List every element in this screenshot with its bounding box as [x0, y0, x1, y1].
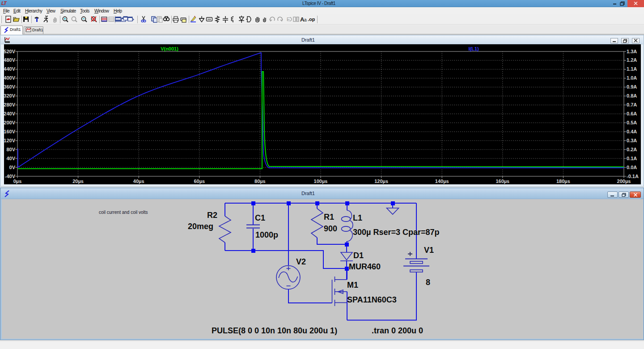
svg-text:480V: 480V: [4, 57, 16, 63]
svg-text:0.4A: 0.4A: [627, 129, 637, 134]
svg-text:80µs: 80µs: [254, 179, 266, 184]
svg-text:0.2A: 0.2A: [627, 147, 637, 152]
svg-text:0.1A: 0.1A: [627, 156, 637, 161]
svg-text:120µs: 120µs: [374, 179, 388, 184]
svg-text:240V: 240V: [4, 111, 16, 116]
svg-text:1.0A: 1.0A: [627, 75, 637, 81]
svg-text:E: E: [287, 17, 290, 22]
svg-text:520V: 520V: [4, 49, 16, 54]
svg-text:0.5A: 0.5A: [627, 120, 637, 125]
svg-text:440V: 440V: [4, 66, 16, 72]
svg-text:280V: 280V: [4, 102, 16, 107]
svg-text:V(n001): V(n001): [161, 46, 178, 51]
svg-text:40V: 40V: [6, 156, 15, 161]
svg-text:180µs: 180µs: [556, 179, 570, 184]
svg-text:20µs: 20µs: [72, 179, 84, 184]
svg-text:120V: 120V: [4, 138, 16, 143]
svg-text:0µs: 0µs: [13, 179, 22, 184]
svg-text:0.0A: 0.0A: [627, 165, 637, 170]
svg-text:0.8A: 0.8A: [627, 93, 637, 98]
svg-text:1.3A: 1.3A: [627, 49, 637, 54]
svg-text:1.1A: 1.1A: [627, 66, 637, 72]
svg-text:40µs: 40µs: [133, 179, 144, 184]
svg-text:80V: 80V: [6, 147, 15, 152]
svg-text:0.6A: 0.6A: [627, 111, 637, 116]
svg-text:200V: 200V: [4, 120, 16, 125]
svg-text:-0.1A: -0.1A: [627, 174, 639, 179]
svg-text:400V: 400V: [4, 75, 16, 81]
svg-text:200µs: 200µs: [617, 179, 631, 184]
svg-text:I(L1): I(L1): [468, 46, 479, 51]
svg-text:.op: .op: [308, 17, 315, 22]
svg-text:320V: 320V: [4, 93, 16, 98]
svg-text:0V: 0V: [9, 165, 16, 170]
svg-text:-40V: -40V: [5, 174, 16, 179]
svg-text:a: a: [304, 17, 307, 22]
svg-text:360V: 360V: [4, 84, 16, 89]
svg-text:140µs: 140µs: [435, 179, 449, 184]
svg-text:0.7A: 0.7A: [627, 102, 637, 107]
svg-text:160µs: 160µs: [496, 179, 509, 184]
svg-text:160V: 160V: [4, 129, 16, 134]
svg-text:1.2A: 1.2A: [627, 57, 637, 63]
svg-text:60µs: 60µs: [194, 179, 205, 184]
svg-text:0.9A: 0.9A: [627, 84, 637, 89]
svg-text:0.3A: 0.3A: [627, 138, 637, 143]
svg-text:100µs: 100µs: [314, 179, 328, 184]
